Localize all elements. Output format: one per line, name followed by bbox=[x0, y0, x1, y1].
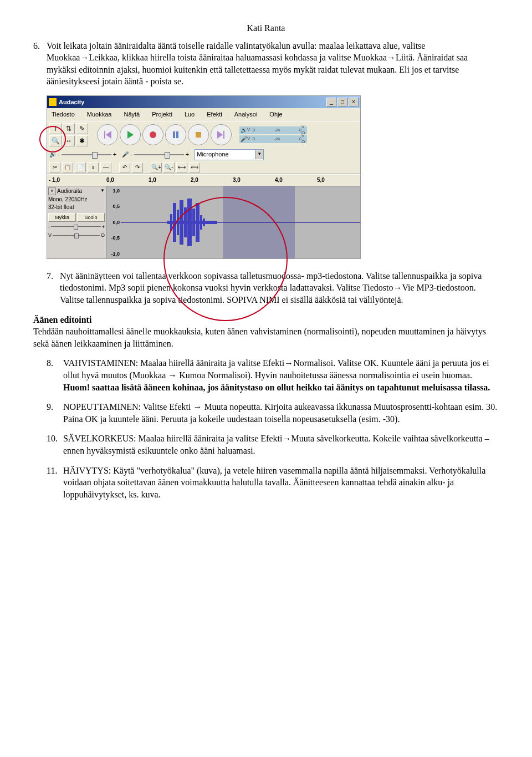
zoom-tool-icon[interactable]: 🔍 bbox=[49, 135, 62, 146]
svg-marker-2 bbox=[127, 131, 134, 139]
minimize-button[interactable]: _ bbox=[326, 98, 336, 106]
menu-nayta[interactable]: Näytä bbox=[121, 109, 142, 120]
edit-toolbar: ✂ 📋 📄 ⫾ — ↶ ↷ 🔍+ 🔍- ⟷ ⟺ bbox=[47, 161, 360, 174]
menu-tiedosto[interactable]: Tiedosto bbox=[49, 109, 77, 120]
record-button[interactable] bbox=[142, 124, 163, 145]
item-8-number: 8. bbox=[47, 357, 63, 393]
zoom-in-icon[interactable]: 🔍+ bbox=[151, 162, 162, 172]
svg-rect-19 bbox=[203, 219, 205, 226]
item-11-number: 11. bbox=[47, 465, 63, 501]
menu-projekti[interactable]: Projekti bbox=[150, 109, 175, 120]
svg-rect-6 bbox=[196, 132, 201, 138]
edit-intro: Tehdään nauhoittamallesi äänelle muokkau… bbox=[33, 326, 499, 349]
mute-button[interactable]: Mykkä bbox=[48, 213, 76, 222]
window-title: Audacity bbox=[59, 98, 325, 106]
input-meter: 🎤 V 0 -24 0 VO bbox=[239, 135, 307, 143]
svg-rect-16 bbox=[192, 209, 195, 236]
paste-icon[interactable]: 📄 bbox=[75, 162, 86, 172]
solo-button[interactable]: Soolo bbox=[77, 213, 105, 222]
mic-small-icon: 🎤 bbox=[122, 151, 129, 159]
svg-rect-13 bbox=[180, 200, 183, 245]
waveform-audio bbox=[167, 197, 217, 247]
menu-analysoi[interactable]: Analysoi bbox=[232, 109, 260, 120]
input-device-value: Microphone bbox=[197, 150, 228, 159]
waveform-canvas[interactable]: 1,0 0,5 0,0 -0,5 -1,0 bbox=[106, 186, 360, 258]
item-7-number: 7. bbox=[47, 270, 60, 306]
gain-slider[interactable]: - + bbox=[48, 223, 105, 230]
author-name: Kati Ranta bbox=[33, 22, 499, 34]
item-10-number: 10. bbox=[47, 433, 63, 456]
trim-icon[interactable]: ⫾ bbox=[88, 162, 99, 172]
item-6-text: Voit leikata joltain ääniraidalta ääntä … bbox=[47, 40, 499, 88]
undo-icon[interactable]: ↶ bbox=[119, 162, 130, 172]
mic-icon: 🎤 bbox=[241, 135, 247, 143]
title-bar: Audacity _ □ × bbox=[47, 96, 360, 108]
envelope-tool-icon[interactable]: ⇅ bbox=[63, 123, 75, 134]
track-format-mono: Mono, 22050Hz bbox=[48, 196, 105, 204]
svg-point-3 bbox=[150, 131, 156, 138]
svg-rect-10 bbox=[170, 214, 172, 231]
svg-rect-15 bbox=[187, 199, 192, 246]
app-icon bbox=[49, 98, 57, 106]
item-10-text: SÄVELKORKEUS: Maalaa hiirellä ääniraita … bbox=[63, 433, 499, 456]
audacity-screenshot: Audacity _ □ × Tiedosto Muokkaa Näytä Pr… bbox=[47, 95, 361, 259]
svg-rect-1 bbox=[104, 131, 105, 139]
skip-end-button[interactable] bbox=[211, 124, 232, 145]
fit-project-icon[interactable]: ⟺ bbox=[189, 162, 200, 172]
speaker-small-icon: 🔊 bbox=[49, 151, 56, 159]
menu-ohje[interactable]: Ohje bbox=[267, 109, 284, 120]
draw-tool-icon[interactable]: ✎ bbox=[76, 123, 88, 134]
item-7-text: Nyt ääninäytteen voi tallentaa verkkoon … bbox=[60, 270, 499, 306]
maximize-button[interactable]: □ bbox=[337, 98, 347, 106]
pan-slider[interactable]: V O bbox=[48, 232, 105, 238]
fit-selection-icon[interactable]: ⟷ bbox=[176, 162, 187, 172]
menu-muokkaa[interactable]: Muokkaa bbox=[85, 109, 114, 120]
menu-bar: Tiedosto Muokkaa Näytä Projekti Luo Efek… bbox=[47, 108, 360, 121]
skip-start-button[interactable] bbox=[97, 124, 118, 145]
transport-controls bbox=[97, 124, 232, 145]
edit-heading: Äänen editointi bbox=[33, 314, 499, 326]
copy-icon[interactable]: 📋 bbox=[62, 162, 73, 172]
svg-rect-17 bbox=[196, 203, 200, 242]
output-meter: 🔊 V 0 -24 0 VO bbox=[239, 126, 307, 134]
track-format-bits: 32-bit float bbox=[48, 204, 105, 211]
item-9-number: 9. bbox=[47, 401, 63, 425]
track-close-icon[interactable]: × bbox=[48, 187, 56, 195]
dropdown-arrow-icon: ▼ bbox=[255, 150, 263, 159]
multi-tool-icon[interactable]: ✱ bbox=[76, 135, 88, 146]
redo-icon[interactable]: ↷ bbox=[132, 162, 143, 172]
speaker-icon: 🔊 bbox=[241, 126, 247, 134]
item-9-text: NOPEUTTAMINEN: Valitse Efekti → Muuta no… bbox=[63, 401, 499, 425]
cut-icon[interactable]: ✂ bbox=[49, 162, 60, 172]
time-ruler: - 1,0 0,0 1,0 2,0 3,0 4,0 5,0 bbox=[47, 174, 360, 186]
timeshift-tool-icon[interactable]: ↔ bbox=[63, 135, 75, 146]
track-panel: × Audioraita ▼ Mono, 22050Hz 32-bit floa… bbox=[47, 186, 106, 258]
svg-rect-12 bbox=[177, 210, 179, 235]
close-button[interactable]: × bbox=[349, 98, 359, 106]
menu-efekti[interactable]: Efekti bbox=[204, 109, 224, 120]
zoom-out-icon[interactable]: 🔍- bbox=[163, 162, 175, 172]
svg-marker-7 bbox=[217, 131, 223, 139]
tool-cluster: I ⇅ ✎ 🔍 ↔ ✱ bbox=[49, 123, 88, 146]
menu-luo[interactable]: Luo bbox=[182, 109, 197, 120]
svg-rect-8 bbox=[223, 131, 224, 139]
svg-marker-0 bbox=[106, 131, 111, 139]
svg-rect-18 bbox=[200, 215, 202, 230]
silence-icon[interactable]: — bbox=[100, 162, 111, 172]
svg-rect-11 bbox=[173, 203, 176, 242]
selection-tool-icon[interactable]: I bbox=[49, 123, 62, 134]
play-button[interactable] bbox=[120, 124, 141, 145]
pause-button[interactable] bbox=[165, 124, 186, 145]
item-11-text: HÄIVYTYS: Käytä "verhotyökalua" (kuva), … bbox=[63, 465, 499, 501]
stop-button[interactable] bbox=[188, 124, 209, 145]
track-name: Audioraita bbox=[57, 187, 82, 195]
input-device-dropdown[interactable]: Microphone ▼ bbox=[195, 149, 264, 160]
output-volume-slider[interactable]: 🔊 - + bbox=[49, 150, 116, 159]
svg-rect-4 bbox=[173, 131, 175, 138]
item-6-number: 6. bbox=[33, 40, 47, 88]
track-menu-arrow-icon[interactable]: ▼ bbox=[100, 188, 105, 194]
input-volume-slider[interactable]: 🎤 - + bbox=[122, 150, 189, 159]
item-8-text: VAHVISTAMINEN: Maalaa hiirellä ääniraita… bbox=[63, 358, 489, 380]
svg-rect-5 bbox=[176, 131, 178, 138]
svg-rect-14 bbox=[184, 207, 187, 237]
